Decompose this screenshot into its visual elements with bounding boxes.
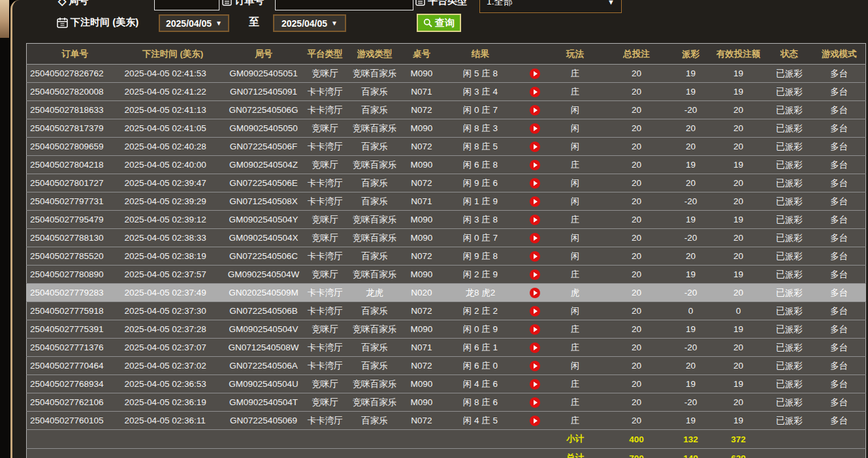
- status: 已派彩: [766, 302, 813, 320]
- order-number: 250405027817379: [27, 119, 123, 138]
- video-play-icon[interactable]: [530, 105, 540, 115]
- search-button[interactable]: 查询: [417, 14, 461, 32]
- table-row[interactable]: 2504050277601052025-04-05 02:36:11GN0722…: [27, 412, 866, 430]
- video-play-icon[interactable]: [530, 69, 540, 79]
- game-result: 闲 9 庄 6: [440, 174, 522, 192]
- video-play-icon[interactable]: [530, 123, 540, 134]
- subtotal-row-empty-cell: [123, 430, 223, 449]
- col-header-valid: 有效投注额: [711, 44, 766, 65]
- table-number: M090: [404, 65, 440, 83]
- calendar-icon: [57, 17, 68, 28]
- date-from-picker[interactable]: 2025/04/05 ▼: [159, 14, 229, 32]
- table-row[interactable]: 2504050278267622025-04-05 02:41:53GM0902…: [27, 65, 866, 83]
- table-row[interactable]: 2504050277753912025-04-05 02:37:28GM0902…: [27, 320, 866, 339]
- chevron-down-icon: ▼: [216, 20, 222, 27]
- video-play-icon[interactable]: [530, 269, 540, 280]
- payout: -20: [671, 284, 711, 302]
- game-type: 竞咪百家乐: [346, 320, 404, 339]
- video-play-icon[interactable]: [530, 215, 540, 225]
- video-play-icon[interactable]: [530, 196, 540, 207]
- payout: 20: [671, 357, 711, 375]
- total-bet: 20: [603, 302, 671, 320]
- grand-total-row-bet: 700: [603, 449, 671, 458]
- payout: -20: [671, 101, 711, 119]
- table-row[interactable]: 2504050278042182025-04-05 02:40:00GM0902…: [27, 156, 866, 174]
- date-to-picker[interactable]: 2025/04/05 ▼: [273, 14, 346, 32]
- date-range-to-label: 至: [249, 16, 259, 29]
- table-row[interactable]: 2504050278186332025-04-05 02:41:13GN0722…: [27, 101, 866, 119]
- video-play-icon[interactable]: [530, 343, 540, 353]
- table-row[interactable]: 2504050278096592025-04-05 02:40:28GN0722…: [27, 138, 866, 156]
- table-row[interactable]: 2504050277621062025-04-05 02:36:19GM0902…: [27, 393, 866, 412]
- video-play-icon[interactable]: [530, 233, 540, 243]
- table-row[interactable]: 2504050277704642025-04-05 02:37:02GN0722…: [27, 357, 866, 375]
- platform-type-select[interactable]: 1.全部 ▼: [479, 0, 622, 13]
- valid-bet: 19: [711, 83, 766, 101]
- video-play-cell: [522, 393, 548, 412]
- order-no-input[interactable]: [275, 0, 413, 10]
- table-row[interactable]: 2504050278017272025-04-05 02:39:47GN0722…: [27, 174, 866, 192]
- table-number: N072: [404, 138, 440, 156]
- table-row[interactable]: 2504050277689342025-04-05 02:36:53GM0902…: [27, 375, 866, 393]
- video-play-icon[interactable]: [530, 178, 540, 189]
- table-row[interactable]: 2504050277713762025-04-05 02:37:07GN0712…: [27, 339, 866, 357]
- table-row[interactable]: 2504050277881302025-04-05 02:38:33GM0902…: [27, 229, 866, 247]
- total-bet: 20: [603, 65, 671, 83]
- video-play-icon[interactable]: [530, 288, 540, 298]
- table-number: N071: [404, 192, 440, 211]
- game-mode: 多台: [813, 320, 866, 339]
- video-play-icon[interactable]: [530, 142, 540, 152]
- table-row[interactable]: 2504050278173792025-04-05 02:41:05GM0902…: [27, 119, 866, 138]
- status: 已派彩: [766, 65, 813, 83]
- game-no-input[interactable]: [154, 0, 219, 10]
- total-bet: 20: [603, 320, 671, 339]
- grand-total-row-empty-cell: [440, 449, 522, 458]
- table-number: N071: [404, 339, 440, 357]
- video-play-cell: [522, 65, 548, 83]
- game-type: 百家乐: [346, 412, 404, 430]
- table-row[interactable]: 2504050277977312025-04-05 02:39:29GN0712…: [27, 192, 866, 211]
- video-play-icon[interactable]: [530, 361, 540, 371]
- status: 已派彩: [766, 320, 813, 339]
- play-side: 闲: [548, 302, 603, 320]
- game-mode: 多台: [813, 229, 866, 247]
- table-row[interactable]: 2504050277792832025-04-05 02:37:49GN0202…: [27, 284, 866, 302]
- status: 已派彩: [766, 174, 813, 192]
- game-type: 竞咪百家乐: [346, 375, 404, 393]
- video-play-icon[interactable]: [530, 416, 540, 426]
- platform-type: 卡卡湾厅: [305, 412, 346, 430]
- bet-time: 2025-04-05 02:40:28: [123, 138, 223, 156]
- order-number: 250405027775391: [27, 320, 123, 339]
- video-play-icon[interactable]: [530, 379, 540, 389]
- round-number: GN07225405069: [223, 412, 305, 430]
- valid-bet: 19: [711, 266, 766, 284]
- bet-time: 2025-04-05 02:41:13: [123, 101, 223, 119]
- video-play-icon[interactable]: [530, 251, 540, 262]
- payout: 19: [671, 83, 711, 101]
- list-icon: [415, 0, 425, 6]
- table-number: N072: [404, 357, 440, 375]
- payout: 19: [671, 266, 711, 284]
- order-number: 250405027797731: [27, 192, 123, 211]
- game-mode: 多台: [813, 339, 866, 357]
- platform-type: 竞咪厅: [305, 65, 346, 83]
- table-row[interactable]: 2504050277808902025-04-05 02:37:57GM0902…: [27, 266, 866, 284]
- table-row[interactable]: 2504050277759182025-04-05 02:37:30GN0722…: [27, 302, 866, 320]
- table-row[interactable]: 2504050277855202025-04-05 02:38:19GN0722…: [27, 247, 866, 266]
- subtotal-row-side: 小计: [548, 430, 603, 449]
- platform-type: 卡卡湾厅: [305, 339, 346, 357]
- video-play-icon[interactable]: [530, 397, 540, 408]
- search-icon: [423, 18, 432, 27]
- order-number: 250405027795479: [27, 211, 123, 229]
- video-play-icon[interactable]: [530, 306, 540, 316]
- round-number: GN0712540508W: [223, 339, 305, 357]
- game-mode: 多台: [813, 65, 866, 83]
- video-play-icon[interactable]: [530, 87, 540, 97]
- order-number: 250405027801727: [27, 174, 123, 192]
- grand-total-row-empty-cell: [27, 449, 123, 458]
- video-play-icon[interactable]: [530, 324, 540, 335]
- table-row[interactable]: 2504050277954792025-04-05 02:39:12GM0902…: [27, 211, 866, 229]
- table-row[interactable]: 2504050278200082025-04-05 02:41:22GN0712…: [27, 83, 866, 101]
- video-play-cell: [522, 101, 548, 119]
- video-play-icon[interactable]: [530, 160, 540, 170]
